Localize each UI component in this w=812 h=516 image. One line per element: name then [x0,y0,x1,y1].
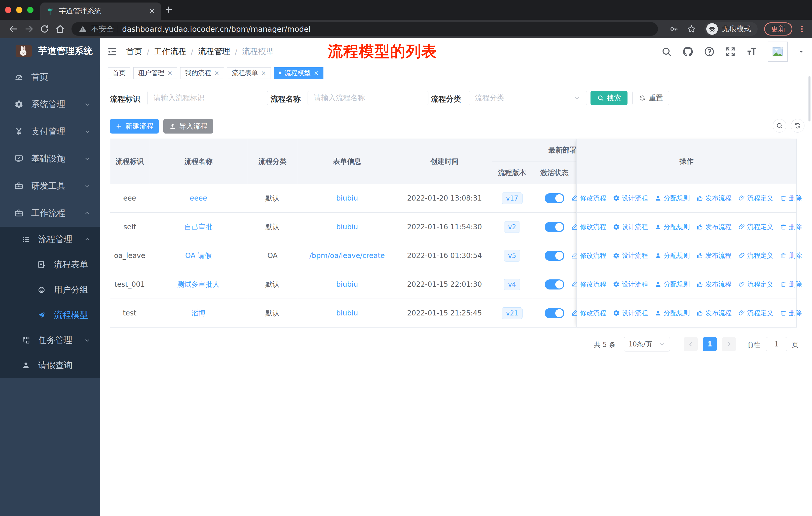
process-name-input[interactable]: 请输入流程名称 [308,91,428,105]
action-design-link[interactable]: 设计流程 [613,222,648,231]
process-name-link[interactable]: 自己审批 [184,222,213,232]
action-publish-link[interactable]: 发布流程 [696,251,732,260]
breadcrumb-item-0[interactable]: 首页 [126,46,142,57]
goto-page-input[interactable]: 1 [766,337,787,351]
active-toggle[interactable] [545,193,564,203]
security-warning-icon[interactable] [79,25,87,33]
action-publish-link[interactable]: 发布流程 [696,222,732,231]
action-design-link[interactable]: 设计流程 [613,309,648,318]
action-design-link[interactable]: 设计流程 [613,194,648,202]
help-icon[interactable] [704,46,715,57]
forward-icon[interactable] [21,24,37,34]
bookmark-star-icon[interactable] [687,24,696,34]
tag-4[interactable]: 流程模型 × [274,67,323,79]
window-close-button[interactable] [5,7,11,13]
tag-0[interactable]: 首页 [108,67,130,79]
tag-2[interactable]: 我的流程 × [180,67,224,79]
action-edit-link[interactable]: 修改流程 [571,194,606,202]
password-key-icon[interactable] [669,24,678,34]
security-label[interactable]: 不安全 [91,24,114,34]
browser-update-button[interactable]: 更新 [764,22,792,35]
action-delete-link[interactable]: 删除 [780,222,802,231]
form-info-link[interactable]: biubiu [336,223,358,231]
font-size-icon[interactable] [746,46,758,57]
tab-close-icon[interactable] [148,7,155,15]
browser-menu-icon[interactable] [798,24,807,33]
page-number-button[interactable]: 1 [703,337,717,351]
logo-row[interactable]: 芋道管理系统 [0,38,100,63]
breadcrumb-item-1[interactable]: 工作流程 [154,46,186,57]
avatar[interactable] [768,42,788,62]
action-definition-link[interactable]: 流程定义 [738,251,774,260]
process-name-link[interactable]: 测试多审批人 [177,280,220,289]
action-edit-link[interactable]: 修改流程 [571,280,606,289]
reload-icon[interactable] [37,24,52,34]
url-bar[interactable]: 不安全 dashboard.yudao.iocoder.cn/bpm/manag… [71,22,658,36]
action-edit-link[interactable]: 修改流程 [571,222,606,231]
hide-search-button[interactable] [773,119,786,133]
sidebar-item-3[interactable]: 基础设施 [0,145,100,172]
menu-fold-icon[interactable] [107,46,118,57]
form-info-link[interactable]: biubiu [336,194,358,202]
sidebar-subitem-4[interactable]: 任务管理 [0,328,100,353]
refresh-button[interactable] [791,119,805,133]
tag-close-icon[interactable]: × [261,70,266,77]
breadcrumb-item-2[interactable]: 流程管理 [198,46,230,57]
sidebar-subitem-5[interactable]: 请假查询 [0,353,100,378]
process-name-link[interactable]: 滔博 [192,308,206,318]
form-info-link[interactable]: biubiu [336,309,358,317]
action-assign-link[interactable]: 分配规则 [655,309,690,318]
page-size-select[interactable]: 10条/页 [624,337,670,351]
sidebar-item-4[interactable]: 研发工具 [0,172,100,199]
sidebar-subitem-1[interactable]: 流程表单 [0,252,100,277]
tag-3[interactable]: 流程表单 × [227,67,271,79]
action-assign-link[interactable]: 分配规则 [655,280,690,289]
fullscreen-icon[interactable] [725,46,736,57]
next-page-button[interactable] [722,337,736,351]
import-process-button[interactable]: 导入流程 [163,119,213,134]
sidebar-item-1[interactable]: 系统管理 [0,91,100,118]
sidebar-item-2[interactable]: 支付管理 [0,118,100,145]
action-delete-link[interactable]: 删除 [780,251,802,260]
sidebar-subitem-2[interactable]: 用户分组 [0,277,100,302]
action-delete-link[interactable]: 删除 [780,280,802,289]
action-delete-link[interactable]: 删除 [780,194,802,202]
tag-close-icon[interactable]: × [314,70,319,77]
action-publish-link[interactable]: 发布流程 [696,194,732,202]
sidebar-item-5[interactable]: 工作流程 [0,199,100,227]
home-icon[interactable] [52,24,68,34]
sidebar-subitem-3[interactable]: 流程模型 [0,302,100,328]
category-select[interactable]: 流程分类 [469,91,587,105]
search-icon[interactable] [661,46,672,57]
action-assign-link[interactable]: 分配规则 [655,222,690,231]
action-assign-link[interactable]: 分配规则 [655,194,690,202]
scrollbar-thumb[interactable] [809,76,811,121]
sidebar-item-0[interactable]: 首页 [0,63,100,91]
tag-1[interactable]: 租户管理 × [134,67,177,79]
action-publish-link[interactable]: 发布流程 [696,309,732,318]
back-icon[interactable] [5,24,21,34]
action-assign-link[interactable]: 分配规则 [655,251,690,260]
url-text[interactable]: dashboard.yudao.iocoder.cn/bpm/manager/m… [122,25,311,33]
active-toggle[interactable] [545,222,564,232]
tag-close-icon[interactable]: × [167,70,172,77]
action-definition-link[interactable]: 流程定义 [738,194,774,202]
github-icon[interactable] [682,46,694,57]
process-key-input[interactable]: 请输入流程标识 [147,91,268,105]
action-edit-link[interactable]: 修改流程 [571,309,606,318]
active-toggle[interactable] [545,279,564,290]
action-definition-link[interactable]: 流程定义 [738,309,774,318]
tag-close-icon[interactable]: × [214,70,219,77]
action-definition-link[interactable]: 流程定义 [738,280,774,289]
prev-page-button[interactable] [684,337,698,351]
chevron-down-icon[interactable] [798,48,805,55]
action-edit-link[interactable]: 修改流程 [571,251,606,260]
action-delete-link[interactable]: 删除 [780,309,802,318]
action-design-link[interactable]: 设计流程 [613,280,648,289]
browser-tab[interactable]: 芋道管理系统 [40,2,161,20]
form-info-link[interactable]: biubiu [336,280,358,289]
search-button[interactable]: 搜索 [590,91,628,105]
active-toggle[interactable] [545,251,564,261]
reset-button[interactable]: 重置 [632,91,669,105]
action-publish-link[interactable]: 发布流程 [696,280,732,289]
